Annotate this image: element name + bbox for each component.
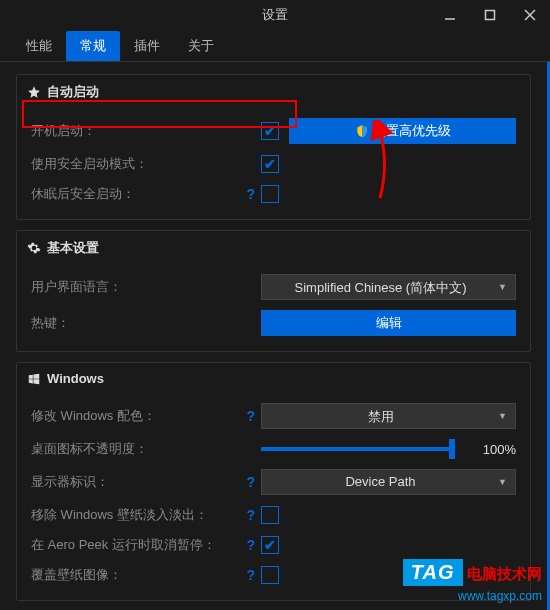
help-icon[interactable]: ? [246, 186, 255, 202]
minimize-button[interactable] [430, 0, 470, 30]
opacity-value: 100% [472, 442, 516, 457]
help-icon[interactable]: ? [246, 474, 255, 490]
tab-plugins[interactable]: 插件 [120, 31, 174, 61]
label-ui-language: 用户界面语言： [31, 278, 261, 296]
label-sleep-start: 休眠后安全启动： [31, 185, 135, 203]
star-icon [27, 85, 41, 99]
windows-icon [27, 372, 41, 386]
checkbox-cover-wallpaper[interactable] [261, 566, 279, 584]
label-remove-fade: 移除 Windows 壁纸淡入淡出： [31, 506, 208, 524]
tab-about[interactable]: 关于 [174, 31, 228, 61]
checkbox-safe-mode[interactable] [261, 155, 279, 173]
checkbox-sleep-start[interactable] [261, 185, 279, 203]
label-windows-color: 修改 Windows 配色： [31, 407, 156, 425]
dropdown-windows-color[interactable]: 禁用 [261, 403, 516, 429]
titlebar: 设置 [0, 0, 550, 30]
tabs: 性能 常规 插件 关于 [0, 30, 550, 62]
watermark-text1: 电脑技术网 [467, 565, 542, 584]
tab-general[interactable]: 常规 [66, 31, 120, 61]
label-hotkey: 热键： [31, 314, 261, 332]
label-aero-peek: 在 Aero Peek 运行时取消暂停： [31, 536, 216, 554]
checkbox-remove-fade[interactable] [261, 506, 279, 524]
set-high-priority-button[interactable]: 设置高优先级 [289, 118, 516, 144]
label-safe-mode: 使用安全启动模式： [31, 155, 261, 173]
help-icon[interactable]: ? [246, 567, 255, 583]
watermark-text2: www.tagxp.com [458, 589, 542, 603]
help-icon[interactable]: ? [246, 408, 255, 424]
help-icon[interactable]: ? [246, 507, 255, 523]
help-icon[interactable]: ? [246, 537, 255, 553]
checkbox-boot-start[interactable] [261, 122, 279, 140]
watermark: TAG 电脑技术网 www.tagxp.com [403, 559, 542, 604]
window-title: 设置 [262, 6, 288, 24]
label-boot-start: 开机启动： [31, 122, 261, 140]
section-autostart: 自动启动 开机启动： 设置高优先级 使用安全启动模式： [16, 74, 531, 220]
section-basic: 基本设置 用户界面语言： Simplified Chinese (简体中文) 热… [16, 230, 531, 352]
checkbox-aero-peek[interactable] [261, 536, 279, 554]
svg-rect-1 [486, 11, 495, 20]
label-monitor-id: 显示器标识： [31, 473, 109, 491]
maximize-button[interactable] [470, 0, 510, 30]
shield-icon [355, 124, 369, 138]
edit-hotkey-button[interactable]: 编辑 [261, 310, 516, 336]
watermark-badge: TAG [403, 559, 463, 586]
tab-performance[interactable]: 性能 [12, 31, 66, 61]
dropdown-monitor-id[interactable]: Device Path [261, 469, 516, 495]
label-icon-opacity: 桌面图标不透明度： [31, 440, 261, 458]
slider-icon-opacity[interactable] [261, 447, 452, 451]
dropdown-language[interactable]: Simplified Chinese (简体中文) [261, 274, 516, 300]
label-cover-wallpaper: 覆盖壁纸图像： [31, 566, 122, 584]
gear-icon [27, 241, 41, 255]
close-button[interactable] [510, 0, 550, 30]
